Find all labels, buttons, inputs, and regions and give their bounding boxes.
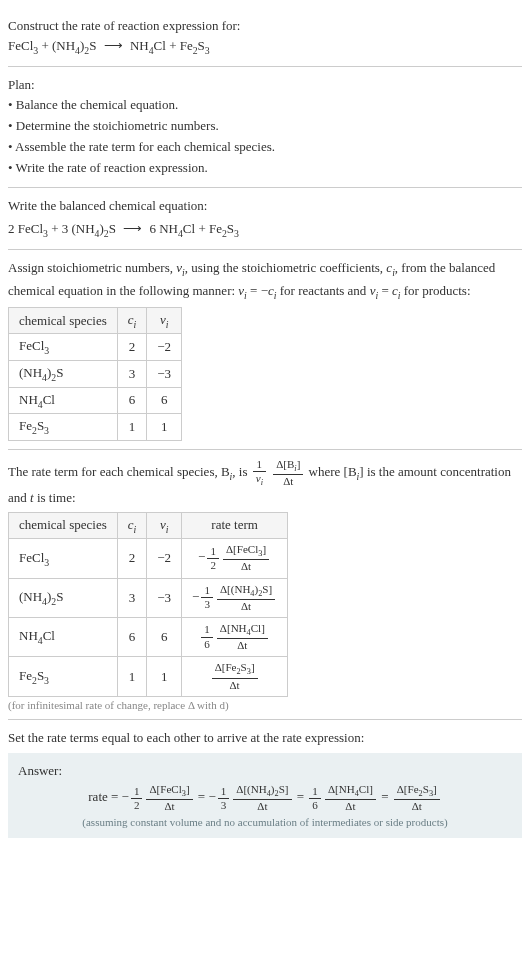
ci-cell: 1 (117, 414, 147, 441)
arrow-icon: ⟶ (104, 36, 123, 57)
frac-den: 3 (218, 799, 230, 812)
intro-section: Construct the rate of reaction expressio… (8, 8, 522, 67)
fraction: Δ[Fe2S3]Δt (394, 783, 440, 813)
sub-i: i (134, 523, 137, 534)
eq-text: S (89, 38, 99, 53)
fraction: 1 νi (253, 458, 266, 488)
fraction: Δ[FeCl3]Δt (223, 543, 269, 573)
rate-table: chemical species ci νi rate term FeCl3 2… (8, 512, 288, 697)
table-row: FeCl3 2 −2 (9, 334, 182, 361)
table-header-row: chemical species ci νi rate term (9, 512, 288, 539)
frac-text: ] (262, 543, 266, 555)
eq-sub: 3 (205, 44, 210, 55)
assign-part: = (378, 283, 392, 298)
table-row: (NH4)2S 3 −3 (9, 360, 182, 387)
balanced-line: Write the balanced chemical equation: (8, 196, 522, 216)
th-ci: ci (117, 512, 147, 539)
frac-text: Δ[NH (220, 622, 247, 634)
plan-item: • Balance the chemical equation. (8, 95, 522, 116)
nui-cell: −3 (147, 578, 182, 617)
eq-text: NH (127, 38, 149, 53)
ci-cell: 1 (117, 657, 147, 696)
assign-part: for reactants and (277, 283, 370, 298)
assign-section: Assign stoichiometric numbers, νi, using… (8, 250, 522, 449)
th-nui: νi (147, 512, 182, 539)
th-rate: rate term (182, 512, 288, 539)
rate-cell: −12Δ[FeCl3]Δt (182, 539, 288, 578)
species-cell: (NH4)2S (9, 360, 118, 387)
eq-sign: = (381, 790, 392, 805)
rateterm-part: where [B (309, 464, 357, 479)
frac-den: 6 (309, 799, 321, 812)
frac-num: Δ[NH4Cl] (325, 783, 376, 800)
plan-item: • Write the rate of reaction expression. (8, 158, 522, 179)
eq-text: S (227, 221, 234, 236)
fraction: 16 (309, 785, 321, 813)
frac-text: Δ[FeCl (149, 783, 181, 795)
sub-i: i (166, 523, 169, 534)
frac-num: Δ[Fe2S3] (212, 661, 258, 678)
rate-pre: − (192, 589, 199, 604)
cell-text: S (56, 365, 63, 380)
frac-num: Δ[FeCl3] (146, 783, 192, 800)
sub-i: i (166, 318, 169, 329)
species-cell: Fe2S3 (9, 657, 118, 696)
rate-pre: − (122, 790, 129, 805)
frac-text: Δ[(NH (236, 783, 266, 795)
rate-cell: Δ[Fe2S3]Δt (182, 657, 288, 696)
frac-num: 1 (207, 545, 219, 559)
fraction: Δ[(NH4)2S]Δt (217, 583, 275, 613)
species-cell: NH4Cl (9, 387, 118, 414)
assign-part: = − (247, 283, 268, 298)
frac-den: Δt (217, 639, 268, 652)
arrow-icon: ⟶ (123, 219, 142, 240)
frac-text: Δ[NH (328, 783, 355, 795)
frac-den: 6 (201, 638, 213, 651)
fraction: 12 (207, 545, 219, 573)
table-row: (NH4)2S 3 −3 −13Δ[(NH4)2S]Δt (9, 578, 288, 617)
table-row: Fe2S3 1 1 Δ[Fe2S3]Δt (9, 657, 288, 696)
nui-cell: −3 (147, 360, 182, 387)
cell-text: Fe (19, 418, 32, 433)
intro-line: Construct the rate of reaction expressio… (8, 16, 522, 36)
fraction: Δ[NH4Cl]Δt (217, 622, 268, 652)
fraction: 12 (131, 785, 143, 813)
frac-num: Δ[(NH4)2S] (233, 783, 291, 800)
eq-sub: 3 (234, 228, 239, 239)
fraction: Δ[Fe2S3]Δt (212, 661, 258, 691)
fraction: 16 (201, 623, 213, 651)
frac-den: Δt (325, 800, 376, 813)
frac-num: Δ[(NH4)2S] (217, 583, 275, 600)
frac-num: 1 (218, 785, 230, 799)
rateterm-note: (for infinitesimal rate of change, repla… (8, 699, 522, 711)
eq-text: 6 NH (146, 221, 178, 236)
answer-note: (assuming constant volume and no accumul… (18, 816, 512, 828)
frac-text: ] (433, 783, 437, 795)
fraction: Δ[NH4Cl]Δt (325, 783, 376, 813)
ci-cell: 6 (117, 618, 147, 657)
ci-cell: 2 (117, 334, 147, 361)
frac-num: Δ[Fe2S3] (394, 783, 440, 800)
assign-part: , using the stoichiometric coefficients, (185, 260, 387, 275)
cell-text: (NH (19, 365, 42, 380)
eq-text: FeCl (8, 38, 33, 53)
nui-cell: 6 (147, 387, 182, 414)
species-cell: FeCl3 (9, 334, 118, 361)
eq-text: Cl + Fe (183, 221, 222, 236)
th-nui: νi (147, 307, 182, 334)
assign-part: for products: (400, 283, 470, 298)
plan-section: Plan: • Balance the chemical equation. •… (8, 67, 522, 188)
table-row: NH4Cl 6 6 16Δ[NH4Cl]Δt (9, 618, 288, 657)
cell-text: NH (19, 392, 38, 407)
nui-cell: 6 (147, 618, 182, 657)
frac-num: 1 (309, 785, 321, 799)
plan-title: Plan: (8, 75, 522, 96)
ci-cell: 3 (117, 360, 147, 387)
nui-cell: 1 (147, 657, 182, 696)
rate-pre: − (208, 790, 215, 805)
frac-den: Δt (217, 600, 275, 613)
nui-cell: 1 (147, 414, 182, 441)
species-cell: NH4Cl (9, 618, 118, 657)
frac-num: Δ[Bi] (273, 458, 303, 475)
frac-den: Δt (394, 800, 440, 813)
